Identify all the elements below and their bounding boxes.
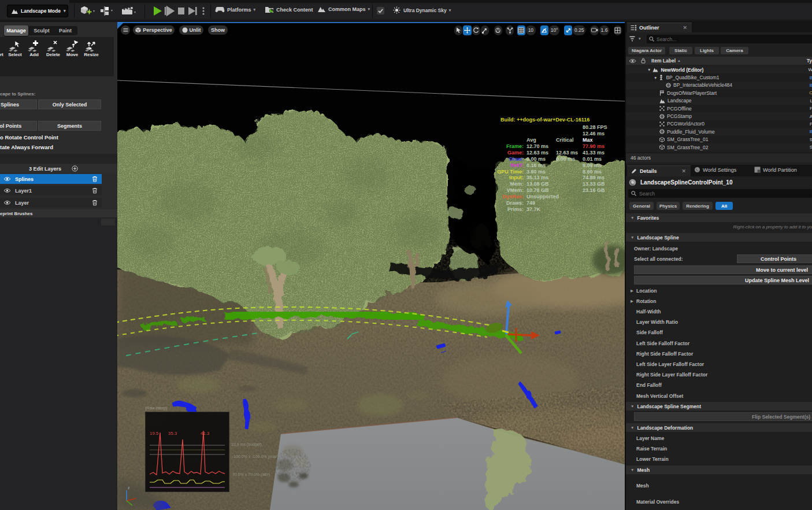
svg-text:z: z [128,486,130,490]
svg-text:41.3: 41.3 [201,431,210,436]
svg-text:PG: PG [661,91,664,93]
svg-text:19.5: 19.5 [150,431,159,436]
svg-text:35.3: 35.3 [168,431,177,436]
